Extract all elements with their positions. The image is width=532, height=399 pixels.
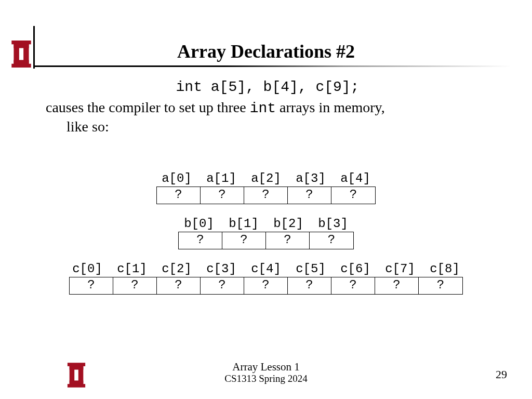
svg-rect-7 [21,64,31,68]
title-rule-horizontal [33,65,511,67]
array-label: a[3] [288,171,333,185]
array-label: c[5] [288,262,333,276]
array-cell: ? [244,277,288,294]
slide-footer: Array Lesson 1 CS1313 Spring 2024 29 [0,358,532,390]
array-label: c[4] [244,262,288,276]
array-label: a[1] [199,171,244,185]
array-cell: ? [419,277,462,294]
slide-body: int a[5], b[4], c[9]; causes the compile… [42,79,494,136]
array-label: c[8] [422,262,467,276]
arrays-diagram: a[0] a[1] a[2] a[3] a[4] ? ? ? ? ? b[0] … [0,171,532,307]
array-label: b[0] [177,217,221,231]
svg-rect-12 [68,363,76,366]
explain-inline-code: int [250,100,276,116]
svg-rect-13 [76,363,85,366]
array-label: c[3] [199,262,244,276]
array-label: b[2] [266,217,311,231]
array-a: a[0] a[1] a[2] a[3] a[4] ? ? ? ? ? [0,171,532,204]
svg-rect-6 [11,64,21,68]
array-cell: ? [288,277,331,294]
array-c-cells: ? ? ? ? ? ? ? ? ? [69,277,463,295]
svg-rect-15 [76,384,85,388]
array-cell: ? [222,232,266,249]
array-label: c[1] [110,262,154,276]
array-label: b[3] [311,217,355,231]
slide-title: Array Declarations #2 [0,41,532,62]
array-cell: ? [157,277,201,294]
array-b-cells: ? ? ? ? [178,232,354,249]
array-label: c[6] [333,262,378,276]
array-label: c[2] [154,262,199,276]
array-cell: ? [113,277,157,294]
array-c: c[0] c[1] c[2] c[3] c[4] c[5] c[6] c[7] … [0,262,532,295]
array-cell: ? [201,187,244,204]
page-number: 29 [496,368,507,381]
array-cell: ? [244,187,288,204]
array-label: b[1] [221,217,266,231]
array-label: c[0] [65,262,110,276]
array-label: a[0] [154,171,199,185]
array-cell: ? [375,277,419,294]
array-cell: ? [331,277,375,294]
array-cell: ? [266,232,310,249]
array-b-labels: b[0] b[1] b[2] b[3] [0,217,532,231]
explain-before: causes the compiler to set up three [46,99,250,115]
array-cell: ? [288,187,331,204]
array-label: c[7] [378,262,422,276]
array-cell: ? [179,232,222,249]
array-cell: ? [70,277,113,294]
array-cell: ? [310,232,353,249]
array-label: a[4] [333,171,378,185]
explain-after: arrays in memory, [276,99,385,115]
array-cell: ? [201,277,244,294]
explanation-text: causes the compiler to set up three int … [42,98,494,136]
explain-line-2: like so: [46,117,494,136]
array-cell: ? [331,187,375,204]
svg-rect-14 [68,384,76,388]
array-a-labels: a[0] a[1] a[2] a[3] a[4] [0,171,532,185]
array-label: a[2] [244,171,288,185]
array-a-cells: ? ? ? ? ? [156,187,376,204]
ou-logo-footer [66,363,86,388]
array-b: b[0] b[1] b[2] b[3] ? ? ? ? [0,217,532,249]
array-c-labels: c[0] c[1] c[2] c[3] c[4] c[5] c[6] c[7] … [0,262,532,276]
array-cell: ? [157,187,201,204]
code-declaration: int a[5], b[4], c[9]; [42,79,494,95]
